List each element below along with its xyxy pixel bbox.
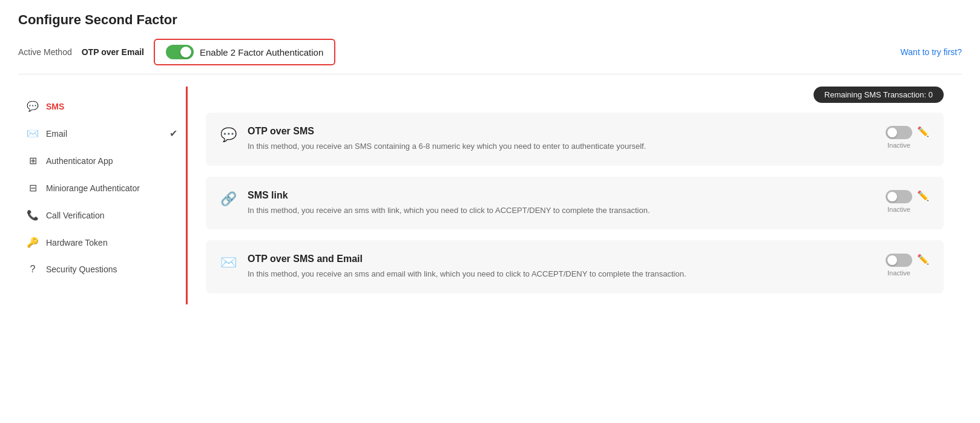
- otp-over-sms-email-icon: ✉️: [220, 255, 237, 271]
- sms-link-icon: 🔗: [220, 191, 237, 207]
- remaining-sms-badge: Remaining SMS Transaction: 0: [814, 87, 944, 103]
- toggle-thumb: [180, 47, 191, 57]
- enable-2fa-toggle[interactable]: [166, 45, 194, 59]
- otp-over-sms-icon: 💬: [220, 127, 237, 143]
- otp-over-sms-email-desc: In this method, you receive an sms and e…: [248, 268, 876, 280]
- content-panel: Remaining SMS Transaction: 0 💬OTP over S…: [188, 87, 962, 304]
- email-label: Email: [46, 129, 67, 139]
- miniorange-authenticator-label: Miniorange Authenticator: [46, 183, 140, 193]
- active-method-label: Active Method: [18, 47, 72, 57]
- sms-link-toggle-thumb: [887, 192, 897, 202]
- authenticator-app-label: Authenticator App: [46, 156, 113, 166]
- otp-over-sms-email-toggle-thumb: [887, 255, 897, 265]
- otp-over-sms-email-actions: Inactive: [886, 254, 912, 277]
- sms-link-actions: Inactive: [886, 190, 912, 213]
- otp-over-sms-info: OTP over SMSIn this method, you receive …: [248, 126, 876, 152]
- enable-2fa-box: Enable 2 Factor Authentication: [154, 39, 335, 65]
- header-left: Active Method OTP over Email Enable 2 Fa…: [18, 39, 335, 65]
- method-card-sms-link: 🔗SMS linkIn this method, you receive an …: [206, 177, 944, 230]
- miniorange-authenticator-icon: ⊟: [27, 182, 39, 194]
- sidebar-item-authenticator-app[interactable]: ⊞Authenticator App: [18, 147, 186, 174]
- email-check-icon: ✔: [169, 128, 177, 139]
- sidebar: 💬SMS✉️Email✔⊞Authenticator App⊟Miniorang…: [18, 87, 188, 304]
- sms-icon: 💬: [27, 100, 39, 112]
- call-verification-icon: 📞: [27, 209, 39, 221]
- security-questions-icon: ?: [27, 264, 39, 275]
- otp-over-sms-edit-icon[interactable]: ✏️: [917, 126, 929, 137]
- sms-link-desc: In this method, you receive an sms with …: [248, 205, 876, 217]
- otp-over-sms-toggle-thumb: [887, 128, 897, 137]
- page-wrapper: Configure Second Factor Active Method OT…: [0, 0, 980, 423]
- sms-link-edit-icon[interactable]: ✏️: [917, 190, 929, 202]
- enable-2fa-label: Enable 2 Factor Authentication: [200, 47, 323, 57]
- sms-label: SMS: [46, 102, 64, 111]
- hardware-token-icon: 🔑: [27, 237, 39, 248]
- sidebar-item-miniorange-authenticator[interactable]: ⊟Miniorange Authenticator: [18, 174, 186, 202]
- header-row: Active Method OTP over Email Enable 2 Fa…: [18, 39, 962, 74]
- want-to-try-link[interactable]: Want to try first?: [901, 47, 962, 57]
- otp-over-sms-desc: In this method, you receive an SMS conta…: [248, 140, 876, 152]
- sms-link-title: SMS link: [248, 190, 876, 201]
- method-card-otp-over-sms-email: ✉️OTP over SMS and EmailIn this method, …: [206, 240, 944, 293]
- sidebar-item-email[interactable]: ✉️Email✔: [18, 120, 186, 147]
- sidebar-item-sms[interactable]: 💬SMS: [18, 93, 186, 120]
- main-content: 💬SMS✉️Email✔⊞Authenticator App⊟Miniorang…: [18, 87, 962, 304]
- call-verification-label: Call Verification: [46, 211, 105, 220]
- otp-over-sms-email-status: Inactive: [887, 269, 910, 277]
- otp-over-sms-toggle[interactable]: [886, 126, 912, 139]
- active-method-value: OTP over Email: [82, 47, 144, 57]
- sidebar-item-security-questions[interactable]: ?Security Questions: [18, 256, 186, 283]
- otp-over-sms-actions: Inactive: [886, 126, 912, 149]
- hardware-token-label: Hardware Token: [46, 238, 108, 248]
- method-card-otp-over-sms: 💬OTP over SMSIn this method, you receive…: [206, 113, 944, 166]
- sms-link-toggle[interactable]: [886, 190, 912, 203]
- otp-over-sms-email-title: OTP over SMS and Email: [248, 254, 876, 264]
- sidebar-item-hardware-token[interactable]: 🔑Hardware Token: [18, 229, 186, 256]
- otp-over-sms-email-edit-icon[interactable]: ✏️: [917, 254, 929, 265]
- email-icon: ✉️: [27, 128, 39, 139]
- sms-link-status: Inactive: [887, 206, 910, 213]
- sms-link-info: SMS linkIn this method, you receive an s…: [248, 190, 876, 217]
- methods-container: 💬OTP over SMSIn this method, you receive…: [206, 113, 944, 293]
- authenticator-app-icon: ⊞: [27, 155, 39, 166]
- sidebar-item-call-verification[interactable]: 📞Call Verification: [18, 202, 186, 229]
- page-title: Configure Second Factor: [18, 12, 962, 28]
- otp-over-sms-email-info: OTP over SMS and EmailIn this method, yo…: [248, 254, 876, 280]
- otp-over-sms-status: Inactive: [887, 142, 910, 149]
- otp-over-sms-title: OTP over SMS: [248, 126, 876, 137]
- content-header: Remaining SMS Transaction: 0: [206, 87, 944, 113]
- otp-over-sms-email-toggle[interactable]: [886, 254, 912, 267]
- security-questions-label: Security Questions: [46, 264, 117, 274]
